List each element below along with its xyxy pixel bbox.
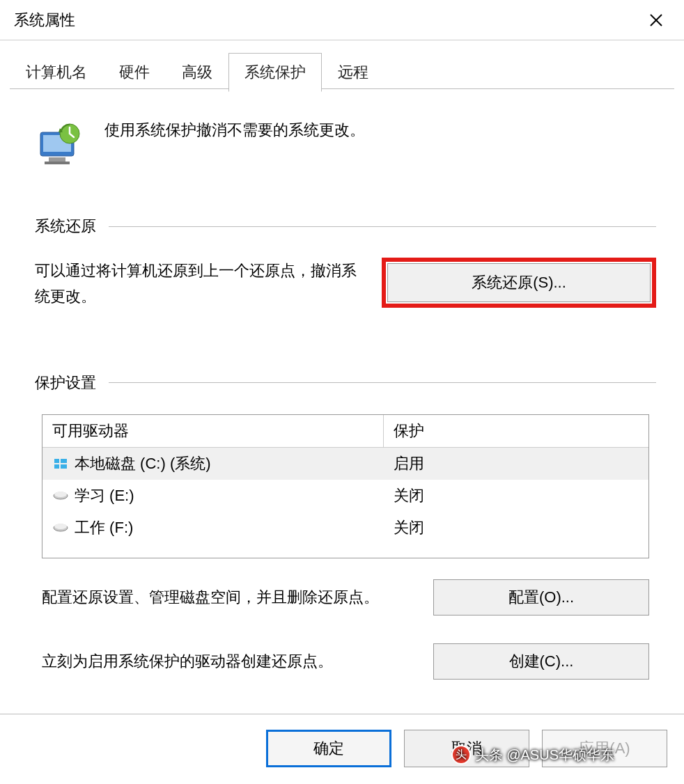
titlebar: 系统属性	[0, 0, 684, 40]
highlight-box: 系统还原(S)...	[382, 258, 656, 308]
ok-button[interactable]: 确定	[266, 730, 391, 767]
footer-divider	[0, 714, 684, 714]
section-title-restore: 系统还原	[35, 216, 96, 237]
configure-description: 配置还原设置、管理磁盘空间，并且删除还原点。	[42, 587, 379, 608]
svg-point-13	[54, 492, 67, 497]
hero: 使用系统保护撤消不需要的系统更改。	[35, 118, 656, 167]
apply-button[interactable]: 应用(A)	[542, 730, 667, 767]
tab-advanced[interactable]: 高级	[166, 53, 228, 92]
configure-button[interactable]: 配置(O)...	[433, 579, 649, 616]
drive-name: 工作 (F:)	[75, 517, 133, 538]
footer-buttons: 确定 取消 应用(A)	[266, 730, 667, 767]
windows-drive-icon	[52, 457, 69, 471]
svg-rect-10	[54, 464, 59, 469]
svg-rect-5	[45, 162, 70, 164]
divider	[109, 226, 656, 227]
header-protection[interactable]: 保护	[384, 415, 648, 447]
svg-rect-4	[49, 157, 65, 162]
close-icon	[649, 13, 663, 27]
svg-rect-11	[61, 464, 67, 469]
system-protection-icon	[35, 118, 84, 167]
drive-status: 关闭	[384, 483, 648, 509]
configure-row: 配置还原设置、管理磁盘空间，并且删除还原点。 配置(O)...	[42, 579, 649, 616]
restore-row: 可以通过将计算机还原到上一个还原点，撤消系统更改。 系统还原(S)...	[35, 258, 656, 310]
drive-name: 学习 (E:)	[75, 485, 134, 506]
window-title: 系统属性	[14, 10, 75, 31]
drive-table: 可用驱动器 保护 本地磁盘 (C:) (系统) 启用 学习 (E:) 关闭	[42, 414, 649, 558]
create-row: 立刻为启用系统保护的驱动器创建还原点。 创建(C)...	[42, 643, 649, 680]
system-restore-button[interactable]: 系统还原(S)...	[387, 263, 651, 302]
drive-table-header: 可用驱动器 保护	[42, 415, 648, 448]
tab-content: 使用系统保护撤消不需要的系统更改。 系统还原 可以通过将计算机还原到上一个还原点…	[0, 92, 684, 680]
tab-remote[interactable]: 远程	[322, 53, 384, 92]
drive-status: 关闭	[384, 515, 648, 541]
section-header-protection: 保护设置	[35, 373, 656, 393]
close-button[interactable]	[642, 6, 670, 34]
tab-computer-name[interactable]: 计算机名	[10, 53, 103, 92]
restore-description: 可以通过将计算机还原到上一个还原点，撤消系统更改。	[35, 258, 368, 310]
section-title-protection: 保护设置	[35, 373, 96, 393]
svg-point-15	[54, 524, 67, 529]
drive-row[interactable]: 工作 (F:) 关闭	[42, 512, 648, 544]
tab-hardware[interactable]: 硬件	[103, 53, 166, 92]
tab-system-protection[interactable]: 系统保护	[228, 53, 322, 92]
svg-rect-9	[61, 459, 67, 463]
drive-name: 本地磁盘 (C:) (系统)	[75, 453, 211, 474]
drive-status: 启用	[384, 450, 648, 477]
section-header-restore: 系统还原	[35, 216, 656, 237]
drive-row[interactable]: 学习 (E:) 关闭	[42, 480, 648, 512]
drive-row[interactable]: 本地磁盘 (C:) (系统) 启用	[42, 448, 648, 480]
svg-rect-8	[54, 459, 59, 463]
hdd-icon	[52, 521, 69, 535]
create-button[interactable]: 创建(C)...	[433, 643, 649, 680]
create-description: 立刻为启用系统保护的驱动器创建还原点。	[42, 651, 333, 672]
hdd-icon	[52, 489, 69, 503]
tabs: 计算机名 硬件 高级 系统保护 远程	[10, 53, 684, 92]
cancel-button[interactable]: 取消	[404, 730, 529, 767]
header-drive[interactable]: 可用驱动器	[42, 415, 384, 447]
tab-underline	[10, 88, 674, 89]
divider	[109, 382, 656, 383]
hero-text: 使用系统保护撤消不需要的系统更改。	[104, 118, 365, 141]
